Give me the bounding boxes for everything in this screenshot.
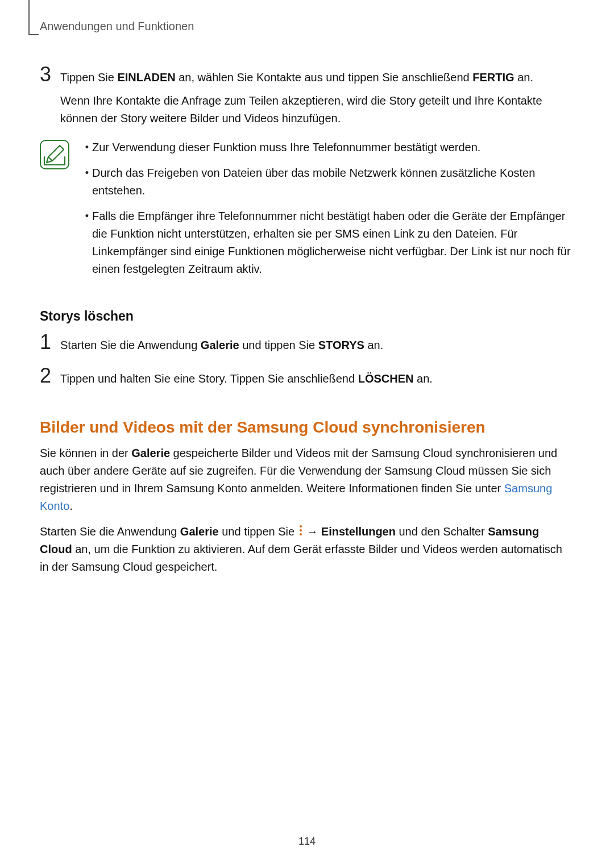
bullet-icon: • <box>82 139 92 156</box>
text: an, wählen Sie Kontakte aus und tippen S… <box>176 71 473 84</box>
note-item: • Zur Verwendung dieser Funktion muss Ih… <box>82 139 574 156</box>
text: Sie können in der <box>40 447 131 459</box>
step-number: 1 <box>40 332 60 352</box>
text: und tippen Sie <box>239 339 318 351</box>
ui-label-galerie: Galerie <box>131 447 170 459</box>
text: an, um die Funktion zu aktivieren. Auf d… <box>40 543 562 573</box>
ui-label-fertig: FERTIG <box>472 71 514 84</box>
delete-step1-text: Starten Sie die Anwendung Galerie und ti… <box>60 337 574 354</box>
note-text: Durch das Freigeben von Dateien über das… <box>92 164 574 200</box>
step-number: 2 <box>40 366 60 386</box>
note-list: • Zur Verwendung dieser Funktion muss Ih… <box>82 139 574 286</box>
heading-sync-cloud: Bilder und Videos mit der Samsung Cloud … <box>40 418 574 437</box>
delete-step-1: 1 Starten Sie die Anwendung Galerie und … <box>40 332 574 360</box>
text: Starten Sie die Anwendung <box>40 525 180 538</box>
running-head: Anwendungen und Funktionen <box>40 20 574 33</box>
document-page: Anwendungen und Funktionen 3 Tippen Sie … <box>0 0 614 868</box>
step3-para2: Wenn Ihre Kontakte die Anfrage zum Teile… <box>60 92 574 127</box>
ui-label-galerie: Galerie <box>180 525 219 538</box>
text: und tippen Sie <box>219 525 298 538</box>
text: an. <box>413 372 432 385</box>
ui-label-galerie: Galerie <box>201 339 239 351</box>
text: Tippen und halten Sie eine Story. Tippen… <box>60 372 358 385</box>
text: Starten Sie die Anwendung <box>60 339 201 351</box>
bullet-icon: • <box>82 207 92 225</box>
bullet-icon: • <box>82 164 92 181</box>
step-3: 3 Tippen Sie EINLADEN an, wählen Sie Kon… <box>40 64 574 133</box>
more-options-icon <box>298 525 304 535</box>
delete-step-2: 2 Tippen und halten Sie eine Story. Tipp… <box>40 366 574 393</box>
step3-line1: Tippen Sie EINLADEN an, wählen Sie Konta… <box>60 69 574 86</box>
note-item: • Durch das Freigeben von Dateien über d… <box>82 164 574 200</box>
note-block: • Zur Verwendung dieser Funktion muss Ih… <box>40 139 574 286</box>
note-item: • Falls die Empfänger ihre Telefonnummer… <box>82 207 574 278</box>
sync-para2: Starten Sie die Anwendung Galerie und ti… <box>40 523 574 576</box>
text: . <box>69 500 73 512</box>
page-corner-decoration <box>28 0 39 35</box>
note-text: Falls die Empfänger ihre Telefonnummer n… <box>92 207 574 278</box>
note-text: Zur Verwendung dieser Funktion muss Ihre… <box>92 139 574 156</box>
step-body: Tippen Sie EINLADEN an, wählen Sie Konta… <box>60 64 574 133</box>
note-icon <box>40 140 69 169</box>
text: Tippen Sie <box>60 71 117 84</box>
sync-para1: Sie können in der Galerie gespeicherte B… <box>40 445 574 515</box>
step-body: Tippen und halten Sie eine Story. Tippen… <box>60 366 574 393</box>
arrow: → <box>304 525 321 538</box>
ui-label-loeschen: LÖSCHEN <box>358 372 414 385</box>
step-number: 3 <box>40 64 60 85</box>
text: an. <box>515 71 533 84</box>
ui-label-einladen: EINLADEN <box>117 71 175 84</box>
ui-label-storys: STORYS <box>318 339 364 351</box>
text: an. <box>364 339 383 351</box>
page-number: 114 <box>0 836 614 848</box>
pencil-note-icon <box>41 141 68 168</box>
text: und den Schalter <box>396 525 488 538</box>
ui-label-einstellungen: Einstellungen <box>321 525 396 538</box>
step-body: Starten Sie die Anwendung Galerie und ti… <box>60 332 574 360</box>
delete-step2-text: Tippen und halten Sie eine Story. Tippen… <box>60 370 574 388</box>
heading-storys-loeschen: Storys löschen <box>40 309 574 324</box>
